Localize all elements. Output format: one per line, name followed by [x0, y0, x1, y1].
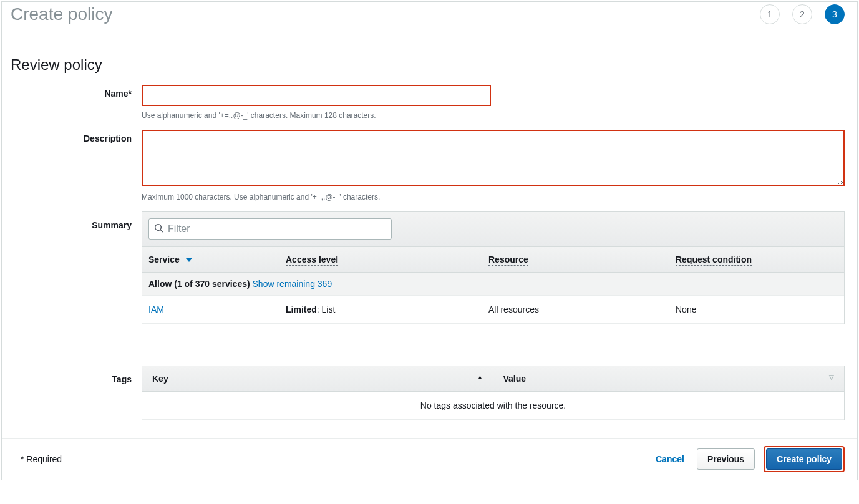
cancel-button[interactable]: Cancel	[652, 449, 688, 469]
description-label: Description	[2, 130, 142, 143]
summary-label: Summary	[2, 211, 142, 230]
summary-col-service-label: Service	[148, 254, 180, 264]
summary-access-rest: : List	[317, 304, 336, 314]
summary-resource-cell: All resources	[482, 296, 669, 324]
tags-table: Key ▲ Value ▽ No tags associated with th…	[142, 366, 844, 420]
wizard-steps: 1 2 3	[760, 4, 845, 24]
summary-col-service[interactable]: Service	[142, 247, 279, 273]
name-row: Name* Use alphanumeric and '+=,.@-_' cha…	[2, 80, 857, 125]
section-title: Review policy	[2, 37, 857, 80]
page-title: Create policy	[11, 4, 112, 24]
tags-col-key[interactable]: Key ▲	[142, 366, 493, 392]
sort-caret-down-icon	[186, 254, 192, 264]
summary-col-access-label: Access level	[286, 254, 338, 266]
sort-asc-icon: ▲	[477, 374, 483, 380]
name-label: Name*	[2, 85, 142, 99]
summary-condition-cell: None	[669, 296, 844, 324]
tags-empty-message: No tags associated with the resource.	[142, 392, 844, 420]
form-container: Name* Use alphanumeric and '+=,.@-_' cha…	[2, 80, 857, 438]
wizard-header: Create policy 1 2 3	[2, 2, 857, 37]
summary-filter-wrap	[148, 218, 392, 240]
footer: * Required Cancel Previous Create policy	[2, 438, 857, 480]
sort-desc-icon: ▽	[829, 374, 834, 380]
required-note: * Required	[21, 454, 62, 464]
previous-button[interactable]: Previous	[697, 448, 755, 470]
wizard-step-2[interactable]: 2	[792, 4, 812, 24]
show-remaining-link[interactable]: Show remaining 369	[253, 279, 332, 289]
summary-col-resource-label: Resource	[488, 254, 528, 266]
tags-col-value[interactable]: Value ▽	[493, 366, 845, 392]
footer-actions: Cancel Previous Create policy	[652, 446, 845, 472]
summary-col-resource[interactable]: Resource	[482, 247, 669, 273]
summary-box: Service Access level Resource	[142, 211, 845, 324]
description-input[interactable]	[142, 130, 845, 186]
tags-box: Key ▲ Value ▽ No tags associated with th…	[142, 366, 845, 420]
tags-label: Tags	[2, 366, 142, 384]
tags-col-value-label: Value	[503, 374, 527, 384]
summary-table: Service Access level Resource	[142, 246, 844, 324]
search-icon	[154, 223, 164, 235]
summary-filter-input[interactable]	[164, 223, 386, 235]
tags-row: Tags Key ▲ Value ▽	[2, 361, 857, 438]
description-hint: Maximum 1000 characters. Use alphanumeri…	[142, 193, 845, 201]
summary-access-cell: Limited: List	[279, 296, 482, 324]
tags-col-key-label: Key	[152, 374, 168, 384]
summary-col-condition-label: Request condition	[676, 254, 752, 266]
description-row: Description Maximum 1000 characters. Use…	[2, 125, 857, 206]
wizard-step-1[interactable]: 1	[760, 4, 780, 24]
name-input[interactable]	[142, 85, 491, 106]
create-button-highlight: Create policy	[764, 446, 845, 472]
summary-filter-bar	[142, 212, 844, 246]
description-field: Maximum 1000 characters. Use alphanumeri…	[142, 130, 845, 201]
summary-row: Summary Service	[2, 206, 857, 329]
page-container: Create policy 1 2 3 Review policy Name* …	[1, 1, 858, 480]
summary-access-bold: Limited	[286, 304, 317, 314]
name-hint: Use alphanumeric and '+=,.@-_' character…	[142, 111, 845, 120]
summary-data-row: IAM Limited: List All resources None	[142, 296, 844, 324]
summary-col-access-level[interactable]: Access level	[279, 247, 482, 273]
name-field: Use alphanumeric and '+=,.@-_' character…	[142, 85, 845, 120]
wizard-step-3[interactable]: 3	[825, 4, 845, 24]
create-policy-button[interactable]: Create policy	[766, 448, 842, 470]
summary-allow-row: Allow (1 of 370 services) Show remaining…	[142, 273, 844, 296]
summary-service-link[interactable]: IAM	[148, 304, 164, 314]
allow-prefix: Allow (1 of 370 services)	[148, 279, 253, 289]
summary-col-request-condition[interactable]: Request condition	[669, 247, 844, 273]
